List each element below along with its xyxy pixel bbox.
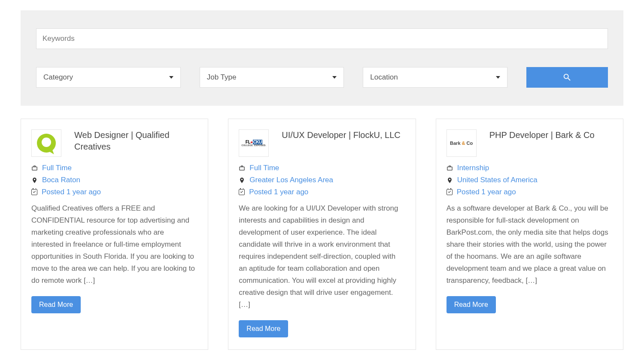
job-title[interactable]: PHP Developer | Bark & Co — [489, 129, 595, 141]
job-description: Qualified Creatives offers a FREE and CO… — [31, 202, 197, 287]
job-title[interactable]: Web Designer | Qualified Creatives — [74, 129, 197, 153]
job-location-link[interactable]: Boca Raton — [42, 176, 80, 184]
job-card: FL●CKU COLLEGE. EXPOSED. UI/UX Developer… — [228, 119, 416, 350]
job-type-line: Full Time — [239, 164, 405, 172]
jobtype-select[interactable]: Job Type — [200, 67, 344, 88]
search-button[interactable] — [526, 67, 608, 88]
job-type-line: Full Time — [31, 164, 197, 172]
location-select-label: Location — [370, 73, 398, 82]
job-description: As a software developer at Bark & Co., y… — [447, 202, 613, 287]
job-posted-link[interactable]: Posted 1 year ago — [249, 188, 308, 196]
search-panel: Category Job Type Location — [21, 10, 623, 106]
company-logo: Bark & Co — [447, 129, 477, 157]
calendar-icon — [239, 189, 245, 195]
search-icon — [562, 73, 572, 82]
briefcase-icon — [31, 165, 38, 171]
calendar-icon — [31, 189, 37, 195]
jobtype-select-label: Job Type — [207, 73, 237, 82]
category-select-label: Category — [43, 73, 73, 82]
job-posted-link[interactable]: Posted 1 year ago — [457, 188, 516, 196]
location-select[interactable]: Location — [363, 67, 507, 88]
chevron-down-icon — [169, 76, 173, 79]
category-select[interactable]: Category — [36, 67, 181, 88]
company-logo — [31, 129, 61, 157]
job-posted-line: Posted 1 year ago — [239, 188, 405, 196]
company-logo: FL●CKU COLLEGE. EXPOSED. — [239, 129, 269, 157]
job-card: Bark & Co PHP Developer | Bark & Co Inte… — [436, 119, 623, 350]
job-type-link[interactable]: Internship — [457, 164, 489, 172]
job-location-line: United States of America — [447, 176, 613, 184]
keywords-input[interactable] — [36, 28, 608, 49]
job-card: Web Designer | Qualified Creatives Full … — [21, 119, 208, 350]
read-more-button[interactable]: Read More — [447, 296, 496, 313]
job-cards-row: Web Designer | Qualified Creatives Full … — [21, 119, 623, 350]
job-posted-link[interactable]: Posted 1 year ago — [42, 188, 101, 196]
chevron-down-icon — [332, 76, 337, 79]
location-pin-icon — [447, 177, 453, 184]
calendar-icon — [447, 189, 453, 195]
filters-row: Category Job Type Location — [36, 67, 608, 88]
job-posted-line: Posted 1 year ago — [31, 188, 197, 196]
job-type-line: Internship — [447, 164, 613, 172]
job-type-link[interactable]: Full Time — [42, 164, 72, 172]
job-location-link[interactable]: Greater Los Angeles Area — [249, 176, 333, 184]
job-location-line: Boca Raton — [31, 176, 197, 184]
job-type-link[interactable]: Full Time — [249, 164, 279, 172]
location-pin-icon — [31, 177, 38, 184]
job-title[interactable]: UI/UX Developer | FlockU, LLC — [282, 129, 400, 141]
briefcase-icon — [447, 165, 453, 171]
chevron-down-icon — [496, 76, 500, 79]
location-pin-icon — [239, 177, 245, 184]
job-posted-line: Posted 1 year ago — [447, 188, 613, 196]
job-location-line: Greater Los Angeles Area — [239, 176, 405, 184]
job-description: We are looking for a UI/UX Developer wit… — [239, 202, 405, 311]
read-more-button[interactable]: Read More — [239, 320, 288, 337]
briefcase-icon — [239, 165, 245, 171]
job-location-link[interactable]: United States of America — [457, 176, 538, 184]
read-more-button[interactable]: Read More — [31, 296, 81, 313]
